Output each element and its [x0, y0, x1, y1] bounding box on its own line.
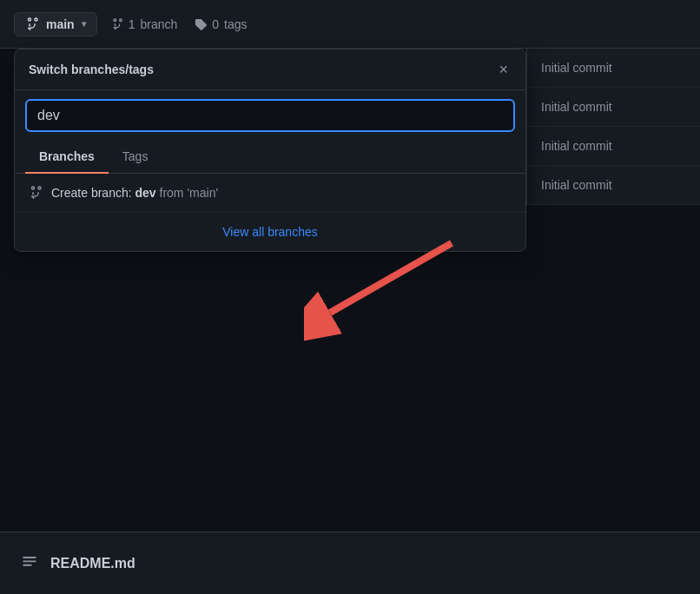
dropdown-header: Switch branches/tags ×	[15, 50, 525, 90]
branch-selector-button[interactable]: main ▾	[14, 12, 97, 36]
create-branch-row[interactable]: Create branch: dev from 'main'	[15, 174, 525, 213]
branch-count-number: 1	[129, 17, 135, 31]
tab-branches[interactable]: Branches	[25, 141, 109, 174]
branch-count-item: 1 branch	[111, 17, 178, 31]
tag-icon	[195, 18, 207, 30]
create-branch-name: dev	[135, 186, 156, 200]
branch-count-text: branch	[140, 17, 177, 31]
chevron-down-icon: ▾	[82, 19, 86, 29]
search-input[interactable]	[25, 99, 515, 132]
top-bar: main ▾ 1 branch 0 tags	[0, 0, 700, 49]
tabs-container: Branches Tags	[15, 141, 525, 174]
svg-line-1	[330, 243, 452, 313]
readme-bar: README.md	[0, 531, 700, 594]
branch-tag-dropdown: Switch branches/tags × Branches Tags Cre…	[14, 49, 526, 252]
commit-list: Initial commit Initial commit Initial co…	[526, 49, 700, 205]
search-field-container	[15, 90, 525, 141]
create-branch-text: Create branch: dev from 'main'	[51, 186, 218, 200]
close-button[interactable]: ×	[495, 60, 512, 79]
branch-name-label: main	[46, 17, 75, 31]
list-item: Initial commit	[527, 88, 700, 127]
list-item: Initial commit	[527, 127, 700, 166]
create-branch-from: from 'main'	[156, 186, 218, 200]
git-branch-icon	[25, 17, 39, 31]
list-item: Initial commit	[527, 49, 700, 88]
readme-title: README.md	[50, 556, 135, 571]
list-item: Initial commit	[527, 166, 700, 205]
branch-count-icon	[111, 18, 123, 30]
view-all-branches-link[interactable]: View all branches	[15, 213, 525, 251]
red-arrow-annotation	[304, 234, 460, 351]
dropdown-title: Switch branches/tags	[29, 63, 154, 76]
repo-meta: 1 branch 0 tags	[111, 17, 248, 31]
tags-count-number: 0	[212, 17, 219, 31]
tags-count-text: tags	[224, 17, 247, 31]
list-icon	[21, 552, 38, 574]
tags-count-item: 0 tags	[195, 17, 247, 31]
create-branch-prefix: Create branch:	[51, 186, 135, 200]
create-branch-icon	[29, 186, 43, 200]
tab-tags[interactable]: Tags	[109, 141, 162, 174]
